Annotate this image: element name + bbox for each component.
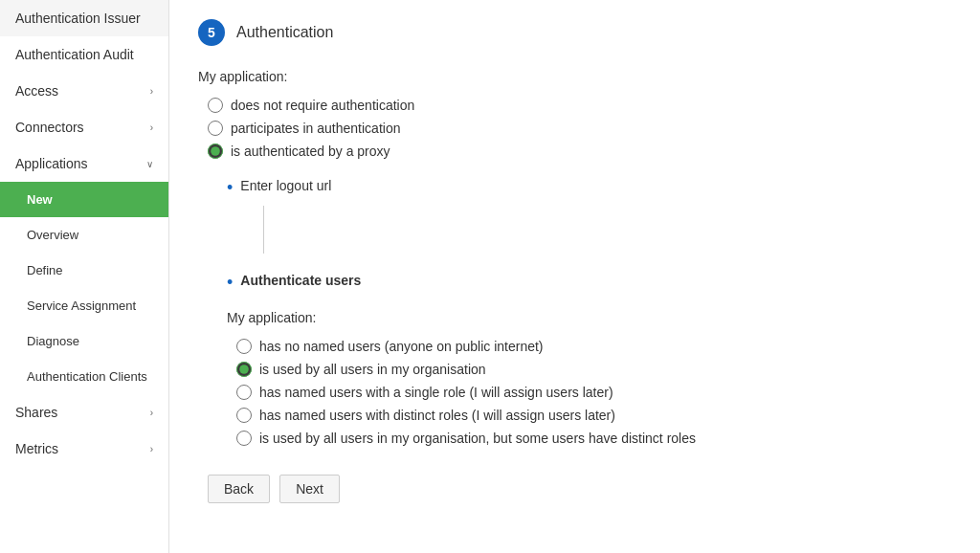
sidebar-item-new[interactable]: New	[0, 182, 168, 217]
radio-label-no-named: has no named users (anyone on public int…	[259, 339, 544, 354]
radio-option-all-users[interactable]: is used by all users in my organisation	[236, 362, 951, 377]
sidebar-item-metrics[interactable]: Metrics›	[0, 431, 168, 467]
sidebar-item-overview[interactable]: Overview	[0, 217, 168, 253]
authenticate-users-section: • Authenticate users	[227, 273, 951, 291]
sidebar-item-label: Authentication Issuer	[15, 11, 141, 26]
bullet-icon: •	[227, 179, 233, 196]
sidebar-item-label: Authentication Clients	[27, 369, 147, 384]
sidebar-item-shares[interactable]: Shares›	[0, 394, 168, 431]
radio-input-single-role[interactable]	[236, 385, 252, 400]
radio-option-all-distinct[interactable]: is used by all users in my organisation,…	[236, 431, 951, 446]
bullet-icon-2: •	[227, 274, 233, 291]
sidebar-item-label: Overview	[27, 228, 78, 242]
bottom-nav: Back Next	[198, 475, 951, 503]
sidebar-item-authentication-audit[interactable]: Authentication Audit	[0, 36, 168, 73]
sidebar-item-define[interactable]: Define	[0, 253, 168, 288]
radio-option-proxy[interactable]: is authenticated by a proxy	[208, 144, 951, 159]
radio-input-no-auth[interactable]	[208, 98, 223, 113]
radio-option-no-named[interactable]: has no named users (anyone on public int…	[236, 339, 951, 354]
sidebar: Authentication IssuerAuthentication Audi…	[0, 0, 169, 553]
authenticate-users-label: Authenticate users	[240, 273, 361, 288]
radio-option-distinct-roles[interactable]: has named users with distinct roles (I w…	[236, 408, 951, 423]
radio-input-all-distinct[interactable]	[236, 431, 252, 446]
step-title: Authentication	[236, 24, 333, 41]
main-content: 5 Authentication My application: does no…	[169, 0, 980, 553]
my-application-label: My application:	[198, 69, 951, 84]
radio-input-proxy[interactable]	[208, 144, 223, 159]
chevron-icon: ›	[150, 408, 153, 418]
sidebar-item-label: Service Assignment	[27, 299, 136, 313]
sidebar-item-access[interactable]: Access›	[0, 73, 168, 109]
sidebar-item-label: Connectors	[15, 120, 84, 135]
sidebar-item-label: Metrics	[15, 441, 58, 456]
auth-type-radio-group: does not require authenticationparticipa…	[198, 98, 951, 159]
sidebar-item-authentication-clients[interactable]: Authentication Clients	[0, 359, 168, 394]
sidebar-item-label: Diagnose	[27, 334, 79, 348]
radio-label-single-role: has named users with a single role (I wi…	[259, 385, 613, 400]
radio-label-no-auth: does not require authentication	[231, 98, 414, 113]
my-application-label-2: My application:	[227, 310, 951, 325]
sidebar-item-applications[interactable]: Applications∨	[0, 145, 168, 182]
radio-label-participates: participates in authentication	[231, 121, 400, 136]
divider-line	[263, 206, 264, 254]
radio-option-no-auth[interactable]: does not require authentication	[208, 98, 951, 113]
user-auth-sub-section: My application: has no named users (anyo…	[227, 310, 951, 446]
chevron-icon: ›	[150, 86, 153, 97]
radio-label-proxy: is authenticated by a proxy	[231, 144, 390, 159]
chevron-icon: ›	[150, 444, 153, 454]
sidebar-item-authentication-issuer[interactable]: Authentication Issuer	[0, 0, 168, 36]
sidebar-item-diagnose[interactable]: Diagnose	[0, 323, 168, 359]
step-header: 5 Authentication	[198, 19, 951, 46]
radio-option-participates[interactable]: participates in authentication	[208, 121, 951, 136]
logout-url-label: Enter logout url	[240, 178, 331, 193]
sidebar-item-label: Authentication Audit	[15, 47, 134, 62]
radio-label-distinct-roles: has named users with distinct roles (I w…	[259, 408, 615, 423]
authenticate-bullet: • Authenticate users	[227, 273, 951, 291]
sidebar-item-service-assignment[interactable]: Service Assignment	[0, 288, 168, 323]
sidebar-item-connectors[interactable]: Connectors›	[0, 109, 168, 145]
radio-input-participates[interactable]	[208, 121, 223, 136]
radio-option-single-role[interactable]: has named users with a single role (I wi…	[236, 385, 951, 400]
sidebar-item-label: Shares	[15, 405, 57, 420]
step-badge: 5	[198, 19, 225, 46]
chevron-icon: ∨	[146, 159, 153, 169]
logout-section: • Enter logout url	[227, 178, 951, 254]
sidebar-item-label: Access	[15, 83, 58, 99]
sidebar-item-label: Define	[27, 263, 63, 277]
chevron-icon: ›	[150, 122, 153, 133]
radio-input-distinct-roles[interactable]	[236, 408, 252, 423]
sidebar-item-label: New	[27, 192, 53, 207]
sidebar-item-label: Applications	[15, 156, 88, 171]
radio-input-all-users[interactable]	[236, 362, 252, 377]
user-type-radio-group: has no named users (anyone on public int…	[227, 339, 951, 446]
radio-input-no-named[interactable]	[236, 339, 252, 354]
radio-label-all-users: is used by all users in my organisation	[259, 362, 486, 377]
radio-label-all-distinct: is used by all users in my organisation,…	[259, 431, 696, 446]
back-button[interactable]: Back	[208, 475, 270, 503]
logout-bullet: • Enter logout url	[227, 178, 951, 196]
next-button[interactable]: Next	[279, 475, 340, 503]
